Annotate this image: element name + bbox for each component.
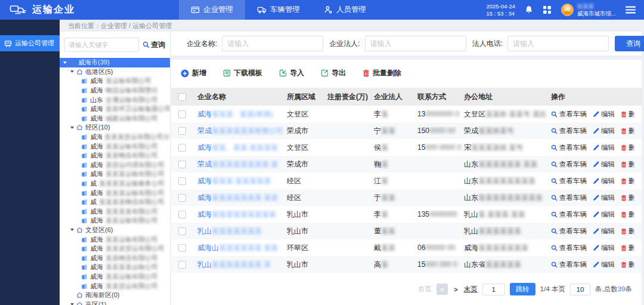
bell-icon[interactable]	[525, 5, 533, 14]
view-vehicles-link[interactable]: 查看车辆	[551, 143, 587, 152]
tree-node[interactable]: 威海 某某环卫运输集团公司	[60, 104, 170, 114]
sidebar-item-transport-company[interactable]: 运输公司管理	[0, 35, 60, 51]
view-vehicles-link[interactable]: 查看车辆	[551, 193, 587, 202]
last-page-button[interactable]: 末页	[464, 285, 478, 294]
company-name-link[interactable]: 威海某某、某某 某某某某	[197, 143, 278, 152]
download-template-button[interactable]: 下载模板	[223, 68, 262, 78]
tree-node[interactable]: 威海 某某某某运输公司	[60, 263, 170, 272]
edit-link[interactable]: 编辑	[593, 193, 615, 202]
delete-link[interactable]: 删除	[621, 210, 634, 219]
company-name-link[interactable]: 荣成某某某某某某有限公司	[197, 127, 283, 135]
tree-node[interactable]: 威海 某运输有限公司	[60, 76, 170, 86]
tree-node[interactable]: 威海 某某某运输有限公司	[60, 188, 170, 198]
company-name-link[interactable]: 乳山某某某某某某某 某	[197, 260, 271, 269]
edit-link[interactable]: 编辑	[593, 260, 615, 269]
tree-node[interactable]: 威海 某某物流有限公司	[60, 151, 170, 161]
add-button[interactable]: 新增	[181, 68, 206, 78]
delete-link[interactable]: 删除	[621, 227, 634, 236]
row-checkbox[interactable]	[178, 177, 186, 185]
edit-link[interactable]: 编辑	[593, 110, 615, 119]
tree-node[interactable]: 威海市(39)	[60, 58, 170, 67]
company-name-link[interactable]: 威海某某某 某某某某某	[197, 177, 271, 185]
hamburger-menu-icon[interactable]	[626, 6, 636, 14]
tree-node[interactable]: 威海 某某运输有限公司	[60, 216, 170, 226]
tree-search-button[interactable]: 查询	[143, 40, 165, 50]
expand-arrow-icon[interactable]	[70, 70, 74, 73]
row-checkbox[interactable]	[178, 261, 186, 269]
delete-link[interactable]: 删除	[621, 143, 634, 152]
view-vehicles-link[interactable]: 查看车辆	[551, 227, 587, 236]
view-vehicles-link[interactable]: 查看车辆	[551, 177, 587, 186]
delete-link[interactable]: 删除	[621, 244, 634, 252]
legal-person-input[interactable]	[365, 36, 466, 51]
row-checkbox[interactable]	[178, 227, 186, 235]
select-all-checkbox[interactable]	[178, 93, 186, 101]
edit-link[interactable]: 编辑	[593, 143, 615, 152]
company-name-link[interactable]: 威海某某某 · 某某(有限)	[197, 110, 273, 118]
apps-grid-icon[interactable]	[543, 5, 552, 14]
row-checkbox[interactable]	[178, 161, 186, 168]
tree-node[interactable]: 经区(10)	[60, 123, 170, 133]
export-button[interactable]: 导出	[321, 68, 346, 78]
jump-button[interactable]: 跳转	[510, 283, 535, 295]
tab-enterprise-management[interactable]: 企业管理	[179, 0, 245, 20]
page-number-input[interactable]	[482, 284, 505, 295]
batch-delete-button[interactable]: 批量删除	[363, 68, 401, 78]
tree-node[interactable]: 威海 城建运输有限公司	[60, 114, 170, 124]
tree-node[interactable]: 南海新区(0)	[60, 291, 170, 300]
tree-node[interactable]: 威 某某某某物流有限公司	[60, 198, 170, 207]
row-checkbox[interactable]	[178, 127, 186, 135]
edit-link[interactable]: 编辑	[593, 177, 615, 186]
prev-page-button[interactable]: <	[436, 284, 448, 295]
user-menu[interactable]: 张某某 威海市城市综...	[561, 3, 616, 17]
company-name-link[interactable]: 荣成某某某某某某某某 某	[197, 160, 278, 168]
tree-node[interactable]: 威 某某某某运输服务公司	[60, 179, 170, 189]
tree-node[interactable]: 威海 某某货运有限公司	[60, 281, 170, 291]
edit-link[interactable]: 编辑	[593, 160, 615, 169]
view-vehicles-link[interactable]: 查看车辆	[551, 127, 587, 135]
edit-link[interactable]: 编辑	[593, 227, 615, 236]
view-vehicles-link[interactable]: 查看车辆	[551, 210, 587, 219]
next-page-button[interactable]: >	[453, 286, 459, 293]
tree-node[interactable]: 威海 某某运输有限公司	[60, 235, 170, 244]
edit-link[interactable]: 编辑	[593, 244, 615, 252]
tree-node[interactable]: 临港区(5)	[60, 67, 170, 77]
company-name-link[interactable]: 乳山某某某某某某某	[197, 227, 262, 235]
legal-phone-input[interactable]	[507, 36, 609, 51]
view-vehicles-link[interactable]: 查看车辆	[551, 260, 587, 269]
delete-link[interactable]: 删除	[621, 110, 634, 119]
tree-node[interactable]: 威海 物流运输有限责任	[60, 86, 170, 95]
tree-node[interactable]: 威海 某货运代理有限公司	[60, 161, 170, 170]
tab-vehicle-management[interactable]: 车辆管理	[245, 0, 312, 20]
delete-link[interactable]: 删除	[621, 177, 634, 186]
delete-link[interactable]: 删除	[621, 260, 634, 269]
expand-arrow-icon[interactable]	[70, 127, 74, 129]
first-page-button[interactable]: 首页	[418, 285, 432, 294]
tree-node[interactable]: 威海 某某某货运有限公司分部	[60, 133, 170, 142]
edit-link[interactable]: 编辑	[593, 210, 615, 219]
tree-node[interactable]: 威海 某某运输有限公司	[60, 141, 170, 151]
view-vehicles-link[interactable]: 查看车辆	[551, 160, 587, 169]
row-checkbox[interactable]	[178, 144, 186, 152]
company-name-link[interactable]: 威海某某某某某某某 某某	[197, 193, 278, 202]
tree-node[interactable]: 威海 某某某运输有限公司	[60, 170, 170, 179]
search-button[interactable]: 查询	[615, 36, 644, 51]
tree-search-input[interactable]	[64, 38, 139, 52]
tree-node[interactable]: 高区(1)	[60, 300, 170, 305]
tree-node[interactable]: 威海 某某某某有限公司	[60, 207, 170, 217]
tree-node[interactable]: 威海 某某某货运有限公司	[60, 244, 170, 254]
page-size-input[interactable]	[570, 284, 590, 295]
view-vehicles-link[interactable]: 查看车辆	[551, 244, 587, 252]
view-vehicles-link[interactable]: 查看车辆	[551, 110, 587, 119]
row-checkbox[interactable]	[178, 110, 186, 118]
delete-link[interactable]: 删除	[621, 193, 634, 202]
tree-node[interactable]: 山东 交通运输有限公司	[60, 95, 170, 104]
company-name-link[interactable]: 威海山某某某某某某 某某	[197, 244, 278, 252]
import-button[interactable]: 导入	[279, 68, 304, 78]
row-checkbox[interactable]	[178, 244, 186, 252]
tab-personnel-management[interactable]: 人员管理	[312, 0, 378, 20]
tree-node[interactable]: 威海 某某物流有限公司	[60, 253, 170, 263]
row-checkbox[interactable]	[178, 194, 186, 202]
delete-link[interactable]: 删除	[621, 127, 634, 135]
company-name-link[interactable]: 威海某某某某某某某某某	[197, 210, 276, 218]
